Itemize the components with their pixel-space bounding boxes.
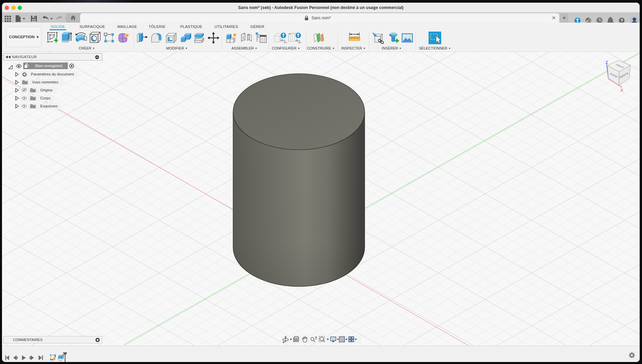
- svg-text:X: X: [620, 88, 623, 93]
- svg-text:Z: Z: [605, 60, 608, 65]
- svg-text:?: ?: [620, 18, 623, 23]
